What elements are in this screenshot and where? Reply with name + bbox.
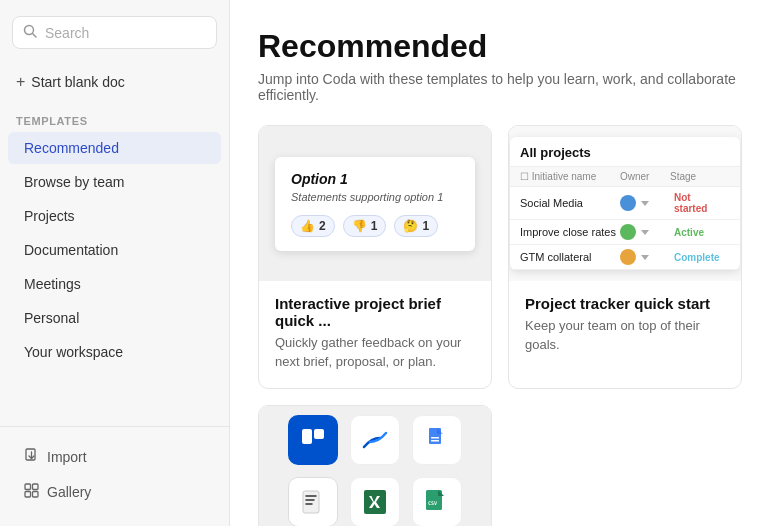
row2-owner: [620, 224, 670, 240]
vote-thumbsup: 👍 2: [291, 215, 335, 237]
gallery-icon: [24, 483, 39, 501]
templates-section-label: TEMPLATES: [0, 107, 229, 131]
page-title: Recommended: [258, 28, 742, 65]
sidebar-item-personal-label: Personal: [24, 310, 79, 326]
option1-title: Option 1: [291, 171, 459, 187]
search-icon: [23, 24, 37, 41]
card-interactive-brief[interactable]: Option 1 Statements supporting option 1 …: [258, 125, 492, 389]
sidebar-item-your-workspace-label: Your workspace: [24, 344, 123, 360]
sidebar-item-recommended-label: Recommended: [24, 140, 119, 156]
thumbsdown-emoji: 👎: [352, 219, 367, 233]
card-preview-integrations: CSV: [259, 406, 491, 526]
gallery-label: Gallery: [47, 484, 91, 500]
card-title-tracker: Project tracker quick start: [525, 295, 725, 312]
main-content: Recommended Jump into Coda with these te…: [230, 0, 770, 526]
thinking-count: 1: [422, 219, 429, 233]
trello-icon: [288, 415, 338, 465]
col-initiative: ☐ Initiative name: [520, 171, 620, 182]
card-title-brief: Interactive project brief quick ...: [275, 295, 475, 329]
sidebar-item-documentation[interactable]: Documentation: [8, 234, 221, 266]
card-desc-tracker: Keep your team on top of their goals.: [525, 317, 725, 355]
tracker-table: All projects ☐ Initiative name Owner Sta…: [510, 137, 740, 270]
tracker-header: All projects: [510, 137, 740, 167]
card-preview-tracker: All projects ☐ Initiative name Owner Sta…: [509, 126, 741, 281]
tracker-row-3: GTM collateral Complete: [510, 245, 740, 270]
csv-icon: CSV: [412, 477, 462, 526]
search-placeholder: Search: [45, 25, 89, 41]
svg-rect-14: [303, 491, 319, 513]
row3-stage: Complete: [670, 251, 730, 264]
sidebar: Search + Start blank doc TEMPLATES Recom…: [0, 0, 230, 526]
svg-rect-13: [431, 440, 439, 442]
excel-icon: [350, 477, 400, 526]
vote-thinking: 🤔 1: [394, 215, 438, 237]
thinking-emoji: 🤔: [403, 219, 418, 233]
row1-name: Social Media: [520, 197, 620, 209]
tracker-row-2: Improve close rates Active: [510, 220, 740, 245]
sidebar-item-recommended[interactable]: Recommended: [8, 132, 221, 164]
page-subtitle: Jump into Coda with these templates to h…: [258, 71, 742, 103]
col-stage: Stage: [670, 171, 730, 182]
row1-chevron: [641, 201, 649, 206]
vote-row: 👍 2 👎 1 🤔 1: [291, 215, 459, 237]
thumbsdown-count: 1: [371, 219, 378, 233]
card-desc-brief: Quickly gather feedback on your next bri…: [275, 334, 475, 372]
card-integrations[interactable]: CSV: [258, 405, 492, 526]
svg-text:CSV: CSV: [428, 500, 437, 506]
sidebar-item-personal[interactable]: Personal: [8, 302, 221, 334]
svg-rect-7: [33, 492, 39, 498]
thumbsup-emoji: 👍: [300, 219, 315, 233]
row1-avatar: [620, 195, 636, 211]
row1-owner: [620, 195, 670, 211]
sidebar-item-meetings-label: Meetings: [24, 276, 81, 292]
card-project-tracker[interactable]: All projects ☐ Initiative name Owner Sta…: [508, 125, 742, 389]
svg-rect-12: [431, 437, 439, 439]
start-blank-label: Start blank doc: [31, 74, 124, 90]
vote-thumbsdown: 👎 1: [343, 215, 387, 237]
row3-chevron: [641, 255, 649, 260]
row3-owner: [620, 249, 670, 265]
card-body-tracker: Project tracker quick start Keep your te…: [509, 281, 741, 371]
search-bar[interactable]: Search: [12, 16, 217, 49]
row3-name: GTM collateral: [520, 251, 620, 263]
import-label: Import: [47, 449, 87, 465]
svg-rect-9: [314, 429, 324, 439]
cards-grid: Option 1 Statements supporting option 1 …: [258, 125, 742, 526]
import-button[interactable]: Import: [8, 440, 221, 474]
tracker-row-1: Social Media Not started: [510, 187, 740, 220]
sidebar-item-browse-by-team[interactable]: Browse by team: [8, 166, 221, 198]
option1-doc: Option 1 Statements supporting option 1 …: [275, 157, 475, 251]
row1-stage: Not started: [670, 191, 730, 215]
row3-avatar: [620, 249, 636, 265]
start-blank-button[interactable]: + Start blank doc: [0, 65, 229, 99]
notion-icon: [288, 477, 338, 526]
svg-rect-5: [33, 484, 39, 490]
card-body-brief: Interactive project brief quick ... Quic…: [259, 281, 491, 388]
row2-chevron: [641, 230, 649, 235]
row2-name: Improve close rates: [520, 226, 620, 238]
svg-rect-8: [302, 429, 312, 444]
thumbsup-count: 2: [319, 219, 326, 233]
sidebar-item-browse-by-team-label: Browse by team: [24, 174, 124, 190]
confluence-icon: [350, 415, 400, 465]
option1-subtitle: Statements supporting option 1: [291, 191, 459, 203]
gallery-button[interactable]: Gallery: [8, 475, 221, 509]
sidebar-item-projects-label: Projects: [24, 208, 75, 224]
import-icon: [24, 448, 39, 466]
col-owner: Owner: [620, 171, 670, 182]
sidebar-item-meetings[interactable]: Meetings: [8, 268, 221, 300]
svg-line-1: [33, 34, 37, 38]
sidebar-item-documentation-label: Documentation: [24, 242, 118, 258]
sidebar-bottom: Import Gallery: [0, 426, 229, 510]
plus-icon: +: [16, 73, 25, 91]
svg-rect-4: [25, 484, 31, 490]
integrations-icons: CSV: [272, 406, 478, 526]
card-preview-brief: Option 1 Statements supporting option 1 …: [259, 126, 491, 281]
row2-stage: Active: [670, 226, 730, 239]
tracker-columns: ☐ Initiative name Owner Stage: [510, 167, 740, 187]
google-docs-icon: [412, 415, 462, 465]
row2-avatar: [620, 224, 636, 240]
sidebar-item-projects[interactable]: Projects: [8, 200, 221, 232]
sidebar-item-your-workspace[interactable]: Your workspace: [8, 336, 221, 368]
svg-rect-6: [25, 492, 31, 498]
